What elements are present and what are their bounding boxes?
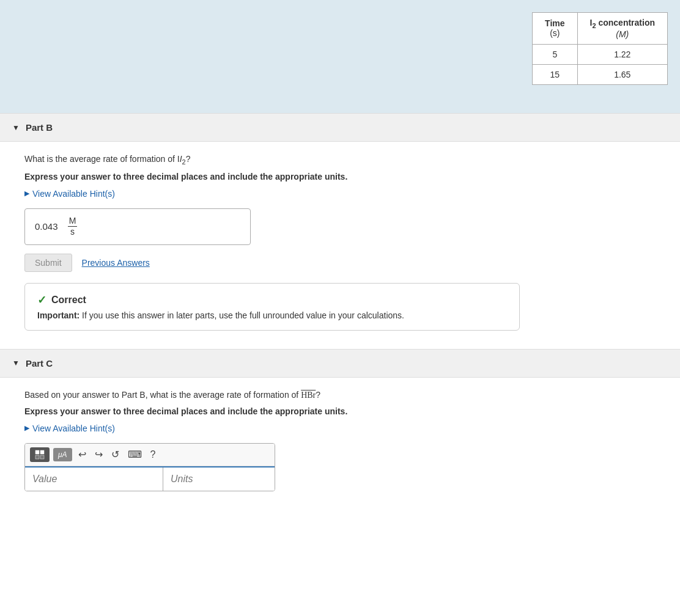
- concentration-cell: 1.65: [577, 64, 667, 84]
- part-b-label: Part B: [26, 122, 53, 133]
- hint-arrow-c-icon: ▶: [24, 424, 29, 432]
- table-row: 15 1.65: [533, 64, 668, 84]
- submit-button[interactable]: Submit: [24, 254, 72, 272]
- correct-header: ✓ Correct: [37, 293, 507, 307]
- svg-rect-3: [40, 455, 44, 459]
- part-c-hint-link[interactable]: ▶ View Available Hint(s): [24, 424, 656, 433]
- part-b-answer-box: 0.043 M s: [24, 208, 251, 245]
- correct-label: Correct: [51, 295, 86, 306]
- part-b-instruction: Express your answer to three decimal pla…: [24, 172, 656, 182]
- value-input[interactable]: [25, 468, 163, 491]
- matrix-icon: [35, 450, 45, 460]
- part-c-question: Based on your answer to Part B, what is …: [24, 390, 656, 400]
- data-table: Time (s) I2 concentration (M) 5 1.22 15 …: [532, 12, 668, 85]
- svg-rect-2: [35, 455, 39, 459]
- refresh-button[interactable]: ↺: [109, 447, 122, 461]
- part-b-actions: Submit Previous Answers: [24, 254, 656, 272]
- answer-value: 0.043: [35, 221, 58, 232]
- time-cell: 5: [533, 44, 577, 64]
- time-col-header: Time (s): [533, 13, 577, 45]
- part-c-content: Based on your answer to Part B, what is …: [0, 378, 680, 510]
- correct-box: ✓ Correct Important: If you use this ans…: [24, 283, 520, 331]
- part-b-content: What is the average rate of formation of…: [0, 142, 680, 349]
- answer-fraction: M s: [68, 216, 78, 237]
- part-b-hint-link[interactable]: ▶ View Available Hint(s): [24, 189, 656, 199]
- input-fields-row: [25, 466, 275, 491]
- concentration-cell: 1.22: [577, 44, 667, 64]
- correct-note: Important: If you use this answer in lat…: [37, 310, 507, 320]
- redo-button[interactable]: ↪: [92, 447, 105, 461]
- mu-button[interactable]: μA: [53, 448, 72, 461]
- top-section: Time (s) I2 concentration (M) 5 1.22 15 …: [0, 0, 680, 113]
- collapse-arrow-c-icon: ▼: [12, 359, 20, 367]
- matrix-button[interactable]: [30, 447, 50, 462]
- time-cell: 15: [533, 64, 577, 84]
- part-b-header[interactable]: ▼ Part B: [0, 113, 680, 142]
- toolbar-row: μA ↩ ↪ ↺ ⌨ ?: [25, 444, 275, 466]
- undo-button[interactable]: ↩: [76, 447, 89, 461]
- table-row: 5 1.22: [533, 44, 668, 64]
- part-c-label: Part C: [26, 358, 53, 369]
- units-input[interactable]: [163, 468, 275, 491]
- previous-answers-link[interactable]: Previous Answers: [82, 258, 150, 268]
- svg-rect-1: [40, 450, 44, 454]
- part-c-input-toolbar: μA ↩ ↪ ↺ ⌨ ?: [24, 443, 275, 491]
- part-c-instruction: Express your answer to three decimal pla…: [24, 406, 656, 416]
- keyboard-button[interactable]: ⌨: [125, 447, 144, 461]
- help-button[interactable]: ?: [148, 448, 158, 461]
- collapse-arrow-icon: ▼: [12, 123, 20, 132]
- part-b-question: What is the average rate of formation of…: [24, 154, 656, 166]
- check-icon: ✓: [37, 293, 46, 307]
- concentration-col-header: I2 concentration (M): [577, 13, 667, 45]
- svg-rect-0: [35, 450, 39, 454]
- hint-arrow-icon: ▶: [24, 189, 29, 197]
- part-c-header[interactable]: ▼ Part C: [0, 349, 680, 378]
